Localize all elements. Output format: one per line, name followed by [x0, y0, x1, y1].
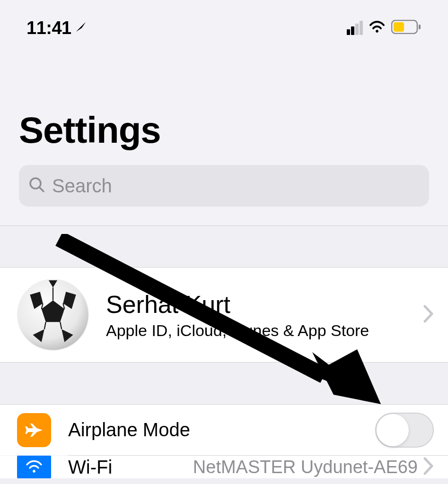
- svg-line-6: [39, 187, 44, 191]
- profile-subtitle: Apple ID, iCloud, iTunes & App Store: [106, 321, 423, 340]
- status-bar: 11:41: [0, 0, 448, 43]
- section-gap: [0, 225, 448, 267]
- page-title: Settings: [19, 109, 429, 152]
- search-input[interactable]: [52, 175, 420, 197]
- apple-id-cell[interactable]: Serhat Kurt Apple ID, iCloud, iTunes & A…: [0, 267, 448, 363]
- section-gap: [0, 363, 448, 404]
- battery-icon: [391, 20, 422, 36]
- airplane-icon: [17, 413, 51, 447]
- status-right: [347, 20, 422, 36]
- location-icon: [75, 21, 87, 35]
- search-field[interactable]: [19, 165, 429, 207]
- airplane-mode-cell[interactable]: Airplane Mode: [0, 404, 448, 455]
- svg-rect-4: [419, 25, 421, 29]
- chevron-right-icon: [423, 457, 434, 477]
- svg-rect-3: [394, 22, 404, 32]
- header-section: Settings: [0, 43, 448, 225]
- profile-name: Serhat Kurt: [106, 290, 423, 319]
- wifi-cell[interactable]: Wi-Fi NetMASTER Uydunet-AE69: [0, 456, 448, 478]
- status-left: 11:41: [26, 18, 87, 38]
- search-icon: [28, 176, 45, 195]
- avatar: [17, 279, 89, 351]
- chevron-right-icon: [423, 305, 434, 325]
- airplane-mode-toggle[interactable]: [375, 413, 434, 448]
- cellular-signal-icon: [347, 21, 363, 35]
- wifi-value: NetMASTER Uydunet-AE69: [193, 457, 418, 477]
- airplane-mode-label: Airplane Mode: [68, 419, 375, 441]
- status-time: 11:41: [26, 18, 71, 38]
- wifi-settings-icon: [17, 456, 51, 478]
- wifi-icon: [369, 20, 386, 35]
- profile-text: Serhat Kurt Apple ID, iCloud, iTunes & A…: [106, 290, 423, 340]
- wifi-label: Wi-Fi: [68, 457, 193, 478]
